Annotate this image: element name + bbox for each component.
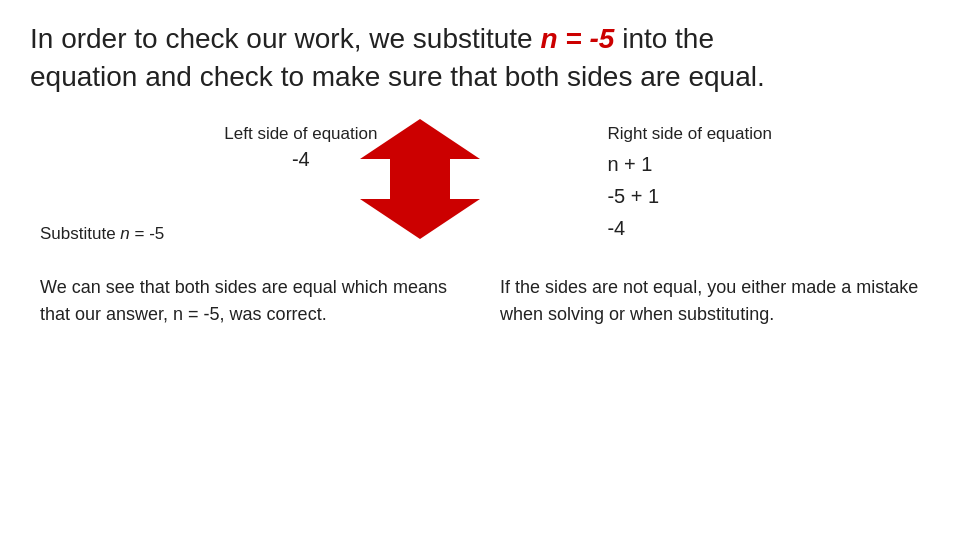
substitute-text: Substitute [40, 224, 120, 243]
highlight-expression: n = -5 [540, 23, 614, 54]
right-equation-block: Right side of equation n + 1 -5 + 1 -4 [607, 124, 771, 244]
intro-part2: into the [614, 23, 714, 54]
left-side-value: -4 [292, 148, 310, 171]
substitute-n: n [120, 224, 129, 243]
right-side-label: Right side of equation [607, 124, 771, 144]
right-line1: n + 1 [607, 148, 659, 180]
bottom-left-text: We can see that both sides are equal whi… [40, 274, 500, 328]
right-side-lines: n + 1 -5 + 1 -4 [607, 148, 659, 244]
page: In order to check our work, we substitut… [0, 0, 960, 540]
substitute-equals: = -5 [130, 224, 165, 243]
bottom-right-text: If the sides are not equal, you either m… [500, 274, 920, 328]
middle-section: Substitute n = -5 Left side of equation … [30, 124, 930, 244]
double-arrow-svg [320, 114, 520, 244]
right-line2: -5 + 1 [607, 180, 659, 212]
svg-marker-0 [360, 119, 480, 239]
intro-paragraph: In order to check our work, we substitut… [30, 20, 930, 96]
intro-line2: equation and check to make sure that bot… [30, 61, 765, 92]
intro-part1: In order to check our work, we substitut… [30, 23, 540, 54]
arrow-container [320, 114, 520, 244]
right-line3: -4 [607, 212, 659, 244]
bottom-section: We can see that both sides are equal whi… [30, 274, 930, 328]
substitute-label: Substitute n = -5 [40, 224, 164, 244]
